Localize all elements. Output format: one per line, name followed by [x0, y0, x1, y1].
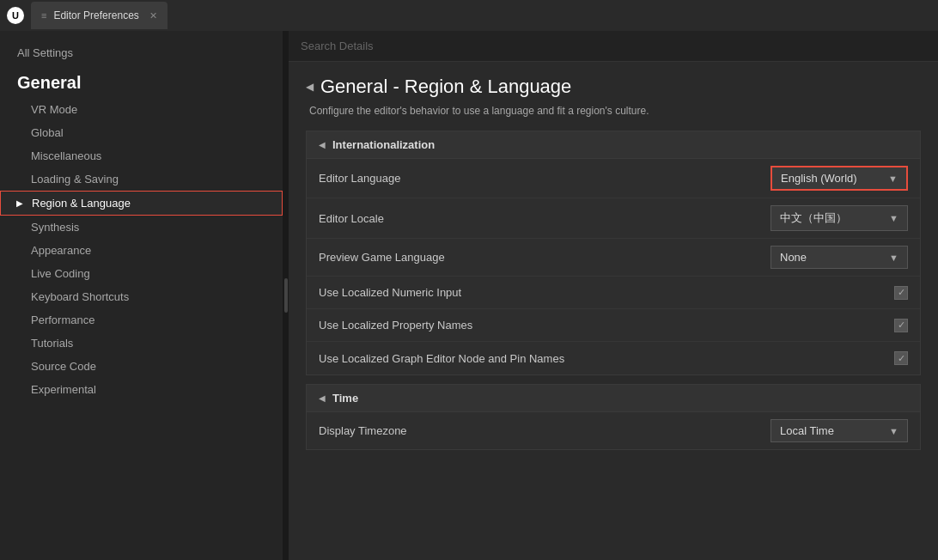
setting-label: Editor Locale: [319, 212, 770, 225]
sidebar-item-label: Global: [31, 126, 64, 139]
checkbox-use-localized-graph-editor[interactable]: [894, 351, 908, 365]
sidebar-item-appearance[interactable]: Appearance: [0, 239, 283, 262]
dropdown-value: 中文（中国）: [780, 210, 847, 226]
sidebar-item-source-code[interactable]: Source Code: [0, 355, 283, 378]
setting-row-use-localized-property-names: Use Localized Property Names: [307, 309, 920, 342]
setting-row-editor-locale: Editor Locale中文（中国）▼: [307, 198, 920, 239]
section-description: Configure the editor's behavior to use a…: [306, 105, 921, 117]
search-input[interactable]: [289, 31, 938, 62]
card-header-internationalization: ◀Internationalization: [307, 131, 920, 159]
sidebar-all-settings[interactable]: All Settings: [0, 41, 283, 64]
sidebar-item-live-coding[interactable]: Live Coding: [0, 262, 283, 285]
dropdown-editor-locale[interactable]: 中文（中国）▼: [770, 205, 908, 231]
setting-label: Preview Game Language: [319, 251, 770, 264]
section-title-row: ◀ General - Region & Language: [306, 76, 921, 98]
app-logo: U: [7, 7, 24, 24]
card-header-time: ◀Time: [307, 385, 920, 412]
sidebar-item-label: Experimental: [31, 383, 96, 396]
setting-label: Editor Language: [319, 172, 770, 185]
setting-control: English (World)▼: [770, 166, 908, 191]
content-body: ◀ General - Region & Language Configure …: [289, 62, 938, 472]
sidebar-item-performance[interactable]: Performance: [0, 308, 283, 332]
editor-preferences-tab[interactable]: ≡ Editor Preferences ✕: [31, 2, 168, 29]
card-collapse-arrow[interactable]: ◀: [319, 393, 326, 403]
tab-title: Editor Preferences: [53, 9, 138, 21]
setting-control: None▼: [770, 246, 908, 269]
sidebar-item-tutorials[interactable]: Tutorials: [0, 332, 283, 355]
setting-label: Use Localized Property Names: [319, 319, 894, 332]
dropdown-value: English (World): [781, 172, 857, 185]
dropdown-editor-language[interactable]: English (World)▼: [770, 166, 908, 191]
sidebar-divider: [283, 31, 289, 560]
section-title: General - Region & Language: [320, 76, 571, 98]
dropdown-arrow-icon: ▼: [889, 253, 898, 263]
sidebar-items-container: VR ModeGlobalMiscellaneousLoading & Savi…: [0, 98, 283, 401]
sidebar-item-vr-mode[interactable]: VR Mode: [0, 98, 283, 121]
sidebar-item-label: Synthesis: [31, 221, 79, 234]
setting-row-use-localized-graph-editor: Use Localized Graph Editor Node and Pin …: [307, 342, 920, 374]
card-header-title: Internationalization: [332, 138, 435, 151]
card-internationalization: ◀InternationalizationEditor LanguageEngl…: [306, 131, 921, 375]
divider-handle: [284, 278, 288, 313]
sidebar-item-experimental[interactable]: Experimental: [0, 378, 283, 401]
dropdown-arrow-icon: ▼: [889, 213, 898, 223]
content-area: ◀ General - Region & Language Configure …: [289, 31, 938, 560]
dropdown-arrow-icon: ▼: [888, 173, 898, 184]
setting-label: Display Timezone: [319, 424, 770, 437]
dropdown-display-timezone[interactable]: Local Time▼: [770, 419, 908, 442]
setting-row-preview-game-language: Preview Game LanguageNone▼: [307, 239, 920, 277]
sidebar-item-arrow: ▶: [16, 198, 23, 208]
sidebar-item-global[interactable]: Global: [0, 121, 283, 144]
dropdown-value: Local Time: [780, 424, 834, 437]
dropdown-preview-game-language[interactable]: None▼: [770, 246, 908, 269]
sidebar-item-miscellaneous[interactable]: Miscellaneous: [0, 144, 283, 167]
setting-control: [894, 286, 908, 300]
sidebar-item-label: Appearance: [31, 244, 91, 257]
setting-row-editor-language: Editor LanguageEnglish (World)▼: [307, 159, 920, 198]
setting-label: Use Localized Graph Editor Node and Pin …: [319, 352, 894, 365]
cards-container: ◀InternationalizationEditor LanguageEngl…: [306, 131, 921, 450]
setting-control: Local Time▼: [770, 419, 908, 442]
sidebar-item-region-language[interactable]: ▶Region & Language: [0, 191, 283, 216]
sidebar: All Settings General VR ModeGlobalMiscel…: [0, 31, 283, 560]
sidebar-item-label: Source Code: [31, 360, 96, 373]
card-header-title: Time: [332, 392, 358, 405]
setting-label: Use Localized Numeric Input: [319, 286, 894, 299]
setting-row-display-timezone: Display TimezoneLocal Time▼: [307, 412, 920, 449]
sidebar-section-header: General: [0, 64, 283, 98]
dropdown-value: None: [780, 251, 807, 264]
checkbox-use-localized-property-names[interactable]: [894, 319, 908, 332]
checkbox-use-localized-numeric-input[interactable]: [894, 286, 908, 300]
setting-control: [894, 351, 908, 365]
setting-row-use-localized-numeric-input: Use Localized Numeric Input: [307, 277, 920, 309]
sidebar-item-keyboard-shortcuts[interactable]: Keyboard Shortcuts: [0, 285, 283, 308]
sidebar-item-label: Performance: [31, 313, 94, 326]
section-collapse-arrow[interactable]: ◀: [306, 81, 314, 93]
dropdown-arrow-icon: ▼: [889, 426, 898, 436]
setting-control: [894, 319, 908, 332]
sidebar-item-label: VR Mode: [31, 103, 77, 116]
tab-icon: ≡: [41, 10, 46, 21]
sidebar-item-label: Keyboard Shortcuts: [31, 290, 129, 303]
sidebar-item-synthesis[interactable]: Synthesis: [0, 216, 283, 239]
sidebar-item-label: Region & Language: [32, 197, 131, 210]
title-bar: U ≡ Editor Preferences ✕: [0, 0, 938, 31]
card-time: ◀TimeDisplay TimezoneLocal Time▼: [306, 384, 921, 450]
tab-close-button[interactable]: ✕: [149, 10, 157, 21]
sidebar-item-loading-saving[interactable]: Loading & Saving: [0, 167, 283, 191]
card-collapse-arrow[interactable]: ◀: [319, 140, 326, 149]
sidebar-item-label: Loading & Saving: [31, 173, 119, 186]
sidebar-item-label: Tutorials: [31, 337, 73, 350]
sidebar-item-label: Miscellaneous: [31, 149, 101, 162]
sidebar-item-label: Live Coding: [31, 267, 90, 280]
setting-control: 中文（中国）▼: [770, 205, 908, 231]
main-layout: All Settings General VR ModeGlobalMiscel…: [0, 31, 938, 560]
